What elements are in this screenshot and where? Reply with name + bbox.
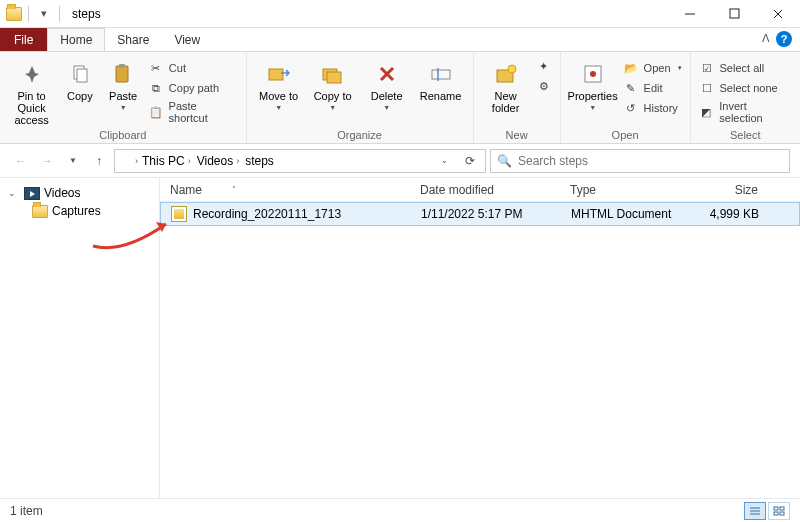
folder-icon xyxy=(32,205,48,218)
paste-shortcut-button[interactable]: 📋Paste shortcut xyxy=(148,100,238,124)
chevron-right-icon: › xyxy=(188,156,191,166)
close-button[interactable] xyxy=(756,0,800,28)
chevron-down-icon: ▼ xyxy=(589,104,596,111)
collapse-ribbon-icon[interactable]: ᐱ xyxy=(762,32,770,45)
group-clipboard: Pin to Quick access Copy Paste ▼ ✂Cut ⧉C… xyxy=(0,52,247,143)
new-folder-icon xyxy=(492,60,520,88)
col-header-size[interactable]: Size xyxy=(680,183,770,197)
refresh-button[interactable]: ⟳ xyxy=(459,150,481,172)
up-button[interactable]: ↑ xyxy=(88,150,110,172)
status-bar: 1 item xyxy=(0,498,800,522)
svg-rect-24 xyxy=(774,512,778,515)
file-row[interactable]: Recording_20220111_1713 1/11/2022 5:17 P… xyxy=(160,202,800,226)
file-list: Name˄ Date modified Type Size Recording_… xyxy=(160,178,800,498)
copy-path-icon: ⧉ xyxy=(148,80,164,96)
rename-icon xyxy=(427,60,455,88)
chevron-down-icon: ▼ xyxy=(275,104,282,111)
history-button[interactable]: ↺History xyxy=(623,100,682,116)
select-none-button[interactable]: ☐Select none xyxy=(699,80,792,96)
mhtml-file-icon xyxy=(171,206,187,222)
rename-button[interactable]: Rename xyxy=(417,56,465,102)
svg-rect-13 xyxy=(432,70,450,79)
search-icon: 🔍 xyxy=(497,154,512,168)
pin-to-quick-access-button[interactable]: Pin to Quick access xyxy=(8,56,55,126)
col-header-name[interactable]: Name˄ xyxy=(160,183,410,197)
group-new: New folder ✦ ⚙ New xyxy=(474,52,561,143)
delete-button[interactable]: Delete ▼ xyxy=(363,56,411,111)
view-toggle xyxy=(744,502,790,520)
invert-selection-button[interactable]: ◩Invert selection xyxy=(699,100,792,124)
back-button[interactable]: ← xyxy=(10,150,32,172)
tab-home[interactable]: Home xyxy=(47,27,105,51)
copy-to-button[interactable]: Copy to ▼ xyxy=(309,56,357,111)
svg-rect-7 xyxy=(119,64,125,68)
edit-button[interactable]: ✎Edit xyxy=(623,80,682,96)
tab-view[interactable]: View xyxy=(162,28,213,51)
minimize-button[interactable] xyxy=(668,0,712,28)
tree-item-videos[interactable]: ⌄ Videos xyxy=(4,184,155,202)
paste-shortcut-icon: 📋 xyxy=(148,104,164,120)
easy-access-icon: ⚙ xyxy=(536,78,552,94)
properties-button[interactable]: Properties ▼ xyxy=(569,56,617,111)
select-none-icon: ☐ xyxy=(699,80,715,96)
help-icon[interactable]: ? xyxy=(776,31,792,47)
address-row: ← → ▼ ↑ › This PC› Videos› steps ⌄ ⟳ 🔍 xyxy=(0,144,800,178)
sort-asc-icon: ˄ xyxy=(232,185,236,194)
address-bar[interactable]: › This PC› Videos› steps ⌄ ⟳ xyxy=(114,149,486,173)
group-label: Select xyxy=(699,127,792,141)
forward-button[interactable]: → xyxy=(36,150,58,172)
paste-button[interactable]: Paste ▼ xyxy=(105,56,142,111)
svg-rect-5 xyxy=(77,69,87,82)
recent-dropdown[interactable]: ▼ xyxy=(62,150,84,172)
search-input[interactable] xyxy=(518,154,783,168)
tab-file[interactable]: File xyxy=(0,28,47,51)
svg-rect-6 xyxy=(116,66,128,82)
easy-access-button[interactable]: ⚙ xyxy=(536,78,552,94)
thumbnails-view-button[interactable] xyxy=(768,502,790,520)
maximize-button[interactable] xyxy=(712,0,756,28)
history-icon: ↺ xyxy=(623,100,639,116)
chevron-down-icon: ▼ xyxy=(329,104,336,111)
move-to-icon xyxy=(265,60,293,88)
tab-share[interactable]: Share xyxy=(105,28,162,51)
folder-icon xyxy=(119,155,133,167)
ribbon-tabs: File Home Share View ᐱ ? xyxy=(0,28,800,52)
svg-rect-22 xyxy=(774,507,778,510)
collapse-icon[interactable]: ⌄ xyxy=(8,188,20,198)
chevron-down-icon: ▼ xyxy=(120,104,127,111)
breadcrumb-this-pc[interactable]: This PC› xyxy=(140,154,193,168)
copy-button[interactable]: Copy xyxy=(61,56,98,102)
group-organize: Move to ▼ Copy to ▼ Delete ▼ Rename Orga… xyxy=(247,52,474,143)
select-all-button[interactable]: ☑Select all xyxy=(699,60,792,76)
open-icon: 📂 xyxy=(623,60,639,76)
cut-button[interactable]: ✂Cut xyxy=(148,60,238,76)
open-button[interactable]: 📂Open▾ xyxy=(623,60,682,76)
breadcrumb-steps[interactable]: steps xyxy=(243,154,276,168)
ribbon: Pin to Quick access Copy Paste ▼ ✂Cut ⧉C… xyxy=(0,52,800,144)
copy-icon xyxy=(66,60,94,88)
column-headers: Name˄ Date modified Type Size xyxy=(160,178,800,202)
search-box[interactable]: 🔍 xyxy=(490,149,790,173)
breadcrumb-videos[interactable]: Videos› xyxy=(195,154,241,168)
delete-icon xyxy=(373,60,401,88)
col-header-type[interactable]: Type xyxy=(560,183,680,197)
svg-rect-10 xyxy=(327,72,341,83)
qat-dropdown-icon[interactable]: ▾ xyxy=(35,5,53,23)
nav-tree: ⌄ Videos Captures xyxy=(0,178,160,498)
new-folder-button[interactable]: New folder xyxy=(482,56,530,114)
details-view-button[interactable] xyxy=(744,502,766,520)
divider xyxy=(28,6,29,22)
col-header-date[interactable]: Date modified xyxy=(410,183,560,197)
file-date: 1/11/2022 5:17 PM xyxy=(411,207,561,221)
group-label: Clipboard xyxy=(8,127,238,141)
address-history-dropdown[interactable]: ⌄ xyxy=(433,150,455,172)
svg-rect-1 xyxy=(730,9,739,18)
move-to-button[interactable]: Move to ▼ xyxy=(255,56,303,111)
pin-icon xyxy=(18,60,46,88)
file-type: MHTML Document xyxy=(561,207,681,221)
new-item-button[interactable]: ✦ xyxy=(536,58,552,74)
tree-item-captures[interactable]: Captures xyxy=(4,202,155,220)
copy-path-button[interactable]: ⧉Copy path xyxy=(148,80,238,96)
cut-icon: ✂ xyxy=(148,60,164,76)
chevron-right-icon: › xyxy=(135,156,138,166)
